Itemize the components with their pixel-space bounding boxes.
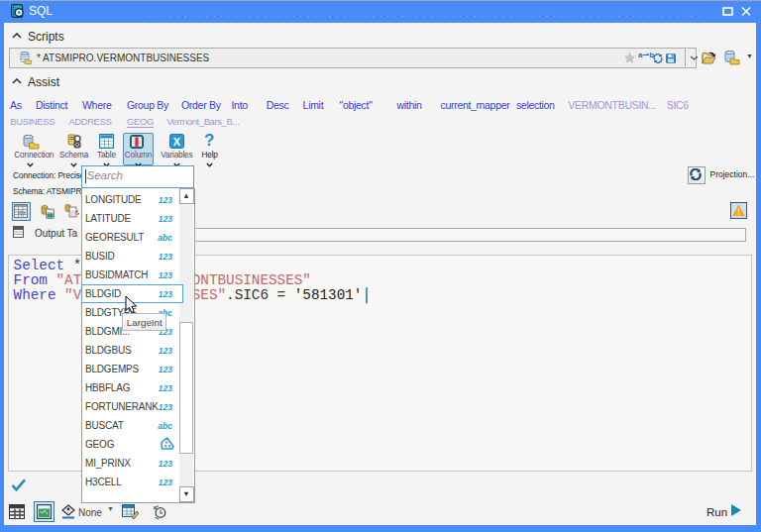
svg-text:X: X	[173, 136, 181, 148]
